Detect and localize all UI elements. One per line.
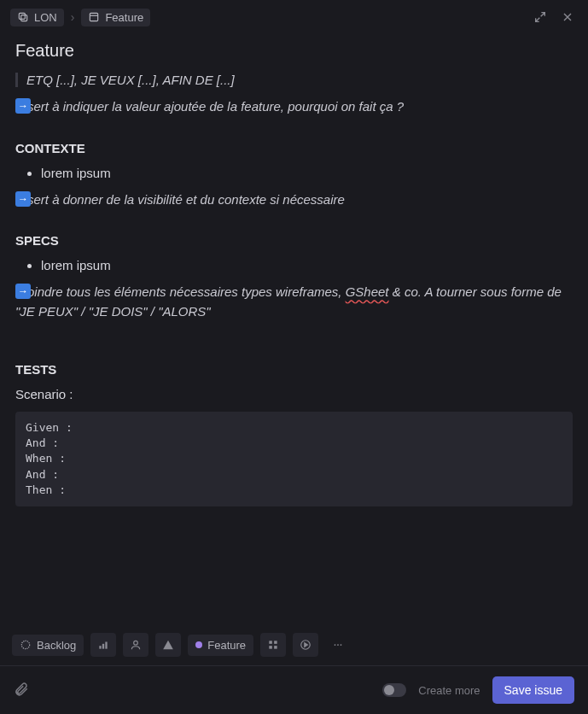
list-item[interactable]: lorem ipsum (41, 166, 573, 180)
scenario-label[interactable]: Scenario : (15, 387, 573, 401)
cycle-button[interactable] (293, 633, 318, 657)
svg-rect-5 (102, 644, 104, 649)
breadcrumb-workspace[interactable]: LON (10, 9, 64, 26)
play-circle-icon (300, 639, 311, 651)
warning-icon (162, 639, 174, 651)
template-label: Feature (105, 11, 143, 24)
specs-note[interactable]: oindre tous les éléments nécessaires typ… (15, 283, 573, 321)
create-more-label: Create more (418, 684, 480, 697)
label-text: Feature (207, 639, 246, 652)
tests-heading[interactable]: TESTS (15, 362, 573, 377)
status-label: Backlog (37, 639, 76, 652)
list-item[interactable]: lorem ipsum (41, 258, 573, 272)
breadcrumb-bar: LON › Feature (0, 0, 588, 34)
copy-icon (17, 11, 29, 23)
svg-point-3 (21, 641, 29, 648)
arrow-emoji-icon (15, 284, 31, 299)
footer-bar: Create more Save issue (0, 665, 588, 714)
dots-icon (332, 639, 344, 651)
svg-rect-8 (269, 641, 272, 644)
svg-rect-2 (90, 13, 98, 20)
breadcrumb-separator: › (71, 10, 75, 24)
priority-icon (97, 639, 109, 651)
backlog-icon (20, 639, 32, 651)
status-pill[interactable]: Backlog (12, 635, 84, 656)
contexte-list[interactable]: lorem ipsum (15, 166, 573, 180)
breadcrumb-template[interactable]: Feature (81, 9, 150, 26)
label-dot-icon (195, 641, 202, 648)
editor-content[interactable]: Feature ETQ [...], JE VEUX [...], AFIN D… (0, 34, 588, 623)
save-issue-button[interactable]: Save issue (492, 676, 574, 704)
assignee-button[interactable] (123, 633, 148, 657)
intro-note-text: sert à indiquer la valeur ajoutée de la … (27, 99, 404, 114)
svg-rect-0 (21, 15, 27, 21)
label-pill[interactable]: Feature (188, 635, 253, 656)
svg-rect-6 (106, 642, 108, 649)
page-title[interactable]: Feature (15, 41, 573, 61)
create-more-toggle[interactable] (382, 683, 406, 697)
close-icon (561, 10, 574, 24)
more-button[interactable] (325, 633, 351, 657)
user-icon (130, 639, 142, 651)
properties-bar: Backlog Feature (0, 623, 588, 665)
svg-rect-10 (269, 646, 272, 649)
svg-rect-1 (19, 13, 25, 19)
intro-note[interactable]: sert à indiquer la valeur ajoutée de la … (15, 97, 573, 117)
specs-list[interactable]: lorem ipsum (15, 258, 573, 272)
paperclip-icon (14, 682, 29, 697)
svg-rect-11 (274, 646, 277, 649)
contexte-note[interactable]: sert à donner de la visibilité et du con… (15, 190, 573, 210)
specs-heading[interactable]: SPECS (15, 233, 573, 248)
project-button[interactable] (155, 633, 181, 657)
contexte-note-text: sert à donner de la visibilité et du con… (27, 192, 345, 207)
arrow-emoji-icon (15, 98, 31, 114)
scenario-codeblock[interactable]: Given : And : When : And : Then : (15, 412, 573, 506)
svg-point-13 (335, 644, 336, 646)
expand-button[interactable] (530, 7, 550, 27)
specs-note-link[interactable]: GSheet (346, 284, 389, 299)
specs-note-pre: oindre tous les éléments nécessaires typ… (27, 284, 346, 299)
arrow-emoji-icon (15, 191, 31, 207)
close-button[interactable] (557, 7, 578, 27)
template-icon (88, 11, 100, 23)
attach-button[interactable] (14, 682, 29, 699)
svg-point-7 (134, 641, 138, 645)
contexte-heading[interactable]: CONTEXTE (15, 141, 573, 155)
svg-rect-9 (274, 641, 277, 644)
dependency-button[interactable] (260, 633, 286, 657)
user-story-quote[interactable]: ETQ [...], JE VEUX [...], AFIN DE [...] (15, 73, 573, 87)
svg-point-15 (341, 644, 342, 646)
grid-icon (267, 639, 279, 651)
priority-button[interactable] (90, 633, 116, 657)
workspace-label: LON (34, 11, 57, 24)
svg-point-14 (337, 644, 339, 646)
expand-icon (533, 10, 547, 24)
svg-rect-4 (100, 646, 102, 649)
